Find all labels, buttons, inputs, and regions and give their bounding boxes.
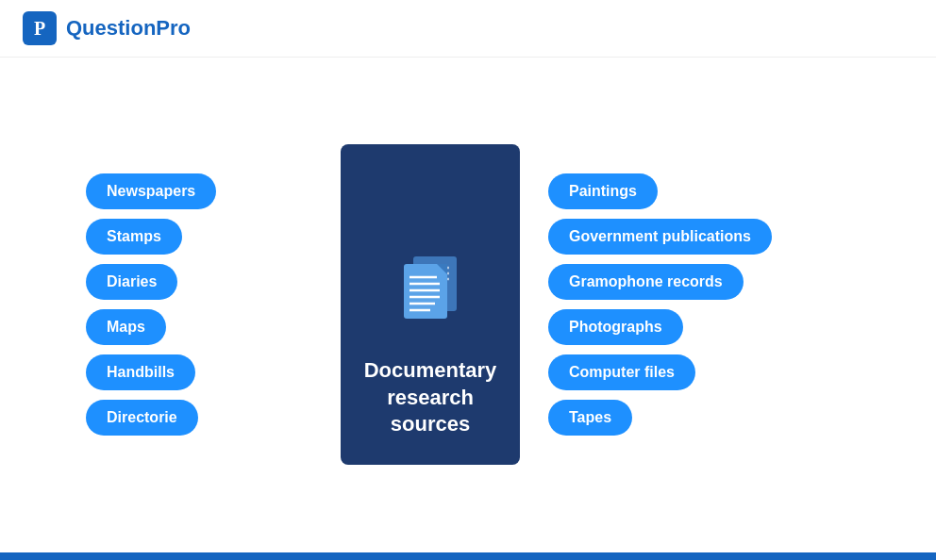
header: P QuestionPro bbox=[0, 0, 936, 58]
center-card: Documentary research sources bbox=[341, 144, 520, 465]
right-column: PaintingsGovernment publicationsGramopho… bbox=[548, 173, 850, 436]
pill-diaries[interactable]: Diaries bbox=[86, 264, 177, 300]
pill-handbills[interactable]: Handbills bbox=[86, 354, 195, 390]
pill-photographs[interactable]: Photographs bbox=[548, 309, 683, 345]
pill-directories[interactable]: Directorie bbox=[86, 400, 198, 436]
pill-government[interactable]: Government publications bbox=[548, 219, 772, 255]
pill-maps[interactable]: Maps bbox=[86, 309, 166, 345]
logo-icon: P bbox=[23, 11, 57, 45]
pill-gramophone[interactable]: Gramophone records bbox=[548, 264, 744, 300]
center-title: Documentary research sources bbox=[356, 357, 505, 438]
logo-text: QuestionPro bbox=[66, 16, 191, 41]
pill-computer[interactable]: Computer files bbox=[548, 354, 695, 390]
bottom-bar bbox=[0, 552, 936, 560]
pill-tapes[interactable]: Tapes bbox=[548, 400, 632, 436]
document-icon bbox=[383, 242, 477, 340]
pill-stamps[interactable]: Stamps bbox=[86, 219, 182, 255]
left-column: NewspapersStampsDiariesMapsHandbillsDire… bbox=[86, 173, 312, 436]
pill-paintings[interactable]: Paintings bbox=[548, 173, 658, 209]
main-content: NewspapersStampsDiariesMapsHandbillsDire… bbox=[0, 58, 936, 552]
pill-newspapers[interactable]: Newspapers bbox=[86, 173, 216, 209]
logo-letter: P bbox=[34, 18, 45, 40]
